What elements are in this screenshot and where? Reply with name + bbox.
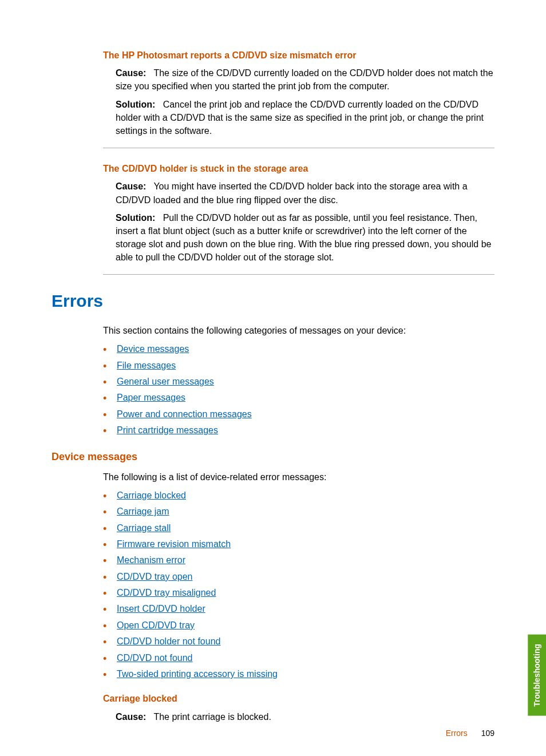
divider bbox=[103, 148, 494, 148]
link-print-cartridge-messages[interactable]: Print cartridge messages bbox=[117, 425, 218, 435]
link-firmware-revision-mismatch[interactable]: Firmware revision mismatch bbox=[117, 539, 231, 549]
list-item: CD/DVD not found bbox=[103, 652, 494, 664]
list-item: Mechanism error bbox=[103, 554, 494, 567]
page-footer: Errors 109 bbox=[446, 727, 494, 739]
list-item: Open CD/DVD tray bbox=[103, 619, 494, 632]
list-item: Two-sided printing accessory is missing bbox=[103, 668, 494, 680]
cause-text: The size of the CD/DVD currently loaded … bbox=[116, 68, 493, 91]
list-item: Carriage stall bbox=[103, 522, 494, 535]
link-general-user-messages[interactable]: General user messages bbox=[117, 377, 214, 386]
link-open-cddvd-tray[interactable]: Open CD/DVD tray bbox=[117, 620, 195, 630]
link-carriage-blocked[interactable]: Carriage blocked bbox=[117, 490, 186, 500]
section-size-mismatch: The HP Photosmart reports a CD/DVD size … bbox=[103, 49, 494, 137]
cause-text-3: The print carriage is blocked. bbox=[153, 712, 271, 722]
errors-link-list: Device messages File messages General us… bbox=[103, 343, 494, 437]
device-messages-intro: The following is a list of device-relate… bbox=[103, 470, 494, 484]
carriage-blocked-cause: Cause: The print carriage is blocked. bbox=[116, 710, 494, 723]
link-carriage-stall[interactable]: Carriage stall bbox=[117, 523, 171, 533]
list-item: Device messages bbox=[103, 343, 494, 355]
cause-label-2: Cause: bbox=[116, 181, 146, 191]
solution-text: Cancel the print job and replace the CD/… bbox=[116, 100, 484, 136]
link-insert-cddvd-holder[interactable]: Insert CD/DVD holder bbox=[117, 604, 205, 613]
link-cddvd-not-found[interactable]: CD/DVD not found bbox=[117, 653, 193, 663]
list-item: Carriage jam bbox=[103, 505, 494, 518]
list-item: File messages bbox=[103, 359, 494, 372]
cause-label-3: Cause: bbox=[116, 712, 146, 722]
list-item: Carriage blocked bbox=[103, 489, 494, 502]
list-item: Insert CD/DVD holder bbox=[103, 603, 494, 615]
cause-label: Cause: bbox=[116, 68, 146, 78]
solution-paragraph: Solution: Cancel the print job and repla… bbox=[116, 98, 494, 138]
errors-intro: This section contains the following cate… bbox=[103, 324, 494, 337]
heading-size-mismatch: The HP Photosmart reports a CD/DVD size … bbox=[103, 49, 494, 62]
heading-device-messages: Device messages bbox=[52, 449, 494, 464]
cause-paragraph: Cause: The size of the CD/DVD currently … bbox=[116, 66, 494, 93]
solution-label-2: Solution: bbox=[116, 213, 155, 223]
list-item: CD/DVD tray open bbox=[103, 571, 494, 583]
cause-text-2: You might have inserted the CD/DVD holde… bbox=[116, 181, 468, 204]
link-file-messages[interactable]: File messages bbox=[117, 361, 176, 370]
link-cddvd-tray-misaligned[interactable]: CD/DVD tray misaligned bbox=[117, 588, 216, 597]
heading-errors: Errors bbox=[52, 288, 494, 314]
list-item: Power and connection messages bbox=[103, 408, 494, 421]
list-item: Firmware revision mismatch bbox=[103, 538, 494, 551]
device-messages-link-list: Carriage blocked Carriage jam Carriage s… bbox=[103, 489, 494, 681]
list-item: Paper messages bbox=[103, 391, 494, 404]
section-holder-stuck: The CD/DVD holder is stuck in the storag… bbox=[103, 162, 494, 264]
solution-label: Solution: bbox=[116, 100, 155, 109]
solution-paragraph-2: Solution: Pull the CD/DVD holder out as … bbox=[116, 211, 494, 264]
link-paper-messages[interactable]: Paper messages bbox=[117, 393, 185, 402]
link-device-messages[interactable]: Device messages bbox=[117, 344, 189, 354]
solution-text-2: Pull the CD/DVD holder out as far as pos… bbox=[116, 213, 491, 263]
list-item: CD/DVD holder not found bbox=[103, 635, 494, 648]
list-item: General user messages bbox=[103, 375, 494, 388]
side-tab-troubleshooting: Troubleshooting bbox=[528, 635, 546, 716]
link-cddvd-holder-not-found[interactable]: CD/DVD holder not found bbox=[117, 636, 220, 646]
link-carriage-jam[interactable]: Carriage jam bbox=[117, 506, 169, 516]
link-mechanism-error[interactable]: Mechanism error bbox=[117, 555, 185, 565]
link-cddvd-tray-open[interactable]: CD/DVD tray open bbox=[117, 572, 193, 581]
list-item: CD/DVD tray misaligned bbox=[103, 587, 494, 599]
heading-carriage-blocked: Carriage blocked bbox=[103, 692, 494, 705]
footer-label: Errors bbox=[446, 729, 468, 738]
link-power-connection-messages[interactable]: Power and connection messages bbox=[117, 409, 252, 419]
link-two-sided-accessory-missing[interactable]: Two-sided printing accessory is missing bbox=[117, 669, 278, 679]
list-item: Print cartridge messages bbox=[103, 424, 494, 437]
cause-paragraph-2: Cause: You might have inserted the CD/DV… bbox=[116, 180, 494, 206]
footer-page-number: 109 bbox=[481, 729, 494, 738]
heading-holder-stuck: The CD/DVD holder is stuck in the storag… bbox=[103, 162, 494, 175]
divider-2 bbox=[103, 274, 494, 275]
